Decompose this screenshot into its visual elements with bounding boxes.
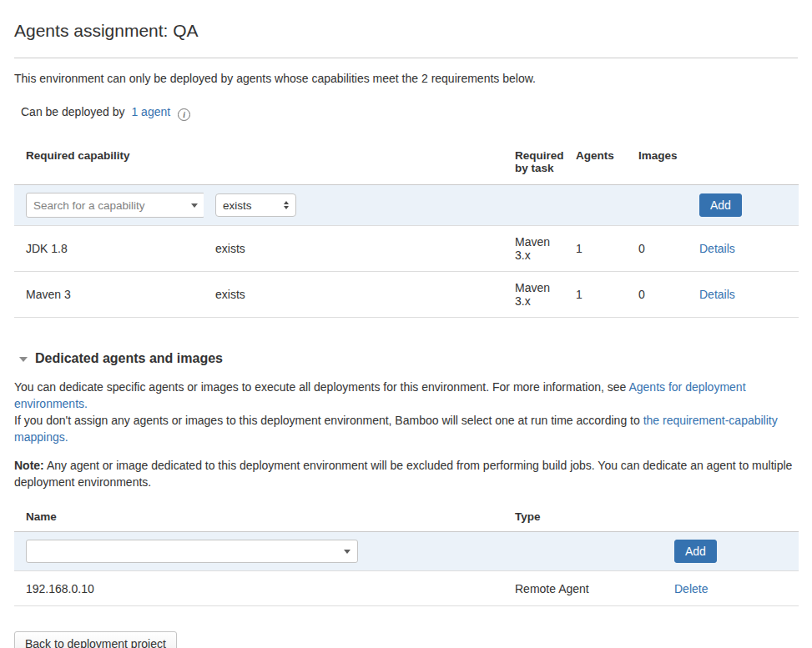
agent-type: Remote Agent [503, 571, 663, 606]
required-capabilities-table: Required capability Required by task Age… [14, 144, 799, 318]
agent-delete-link[interactable]: Delete [674, 582, 708, 595]
capability-name: JDK 1.8 [14, 226, 204, 272]
agent-name: 192.168.0.10 [14, 571, 503, 606]
capability-task: Maven 3.x [503, 272, 564, 318]
deployed-by-agents-link[interactable]: 1 agent [131, 105, 170, 118]
col-header-agent-actions [663, 505, 799, 532]
capability-task: Maven 3.x [503, 226, 564, 272]
col-header-images: Images [627, 144, 688, 185]
col-header-match [204, 144, 503, 185]
note-label: Note: [14, 459, 44, 472]
note-paragraph: Note: Any agent or image dedicated to th… [14, 457, 798, 490]
deployed-by-label: Can be deployed by [21, 105, 125, 118]
capability-table-header-row: Required capability Required by task Age… [14, 144, 799, 185]
dedicated-section-header[interactable]: Dedicated agents and images [14, 351, 798, 366]
title-divider [14, 58, 798, 58]
chevron-down-icon[interactable] [335, 550, 351, 554]
col-header-required-by-task: Required by task [503, 144, 564, 185]
add-agent-button[interactable]: Add [674, 540, 717, 563]
back-to-deployment-project-button[interactable]: Back to deployment project [14, 631, 177, 648]
dedicated-section-title: Dedicated agents and images [35, 351, 223, 366]
note-text: Any agent or image dedicated to this dep… [14, 459, 792, 489]
capability-search-select[interactable]: Search for a capability [26, 193, 205, 218]
agents-assignment-page: Agents assignment: QA This environment c… [0, 0, 812, 648]
dedicated-paragraph-2-text: If you don't assign any agents or images… [14, 414, 643, 427]
add-capability-form-row: Search for a capability exists Add [14, 185, 799, 226]
select-updown-icon [277, 201, 289, 209]
collapse-triangle-icon[interactable] [19, 357, 28, 362]
col-header-actions [688, 144, 799, 185]
capability-images-count: 0 [627, 272, 688, 318]
capability-agents-count: 1 [564, 272, 627, 318]
page-footer: Back to deployment project [14, 631, 798, 648]
agent-row: 192.168.0.10 Remote Agent Delete [14, 571, 799, 606]
agent-select[interactable] [26, 540, 358, 563]
chevron-down-icon[interactable] [183, 203, 198, 208]
info-icon[interactable]: i [178, 108, 190, 121]
intro-text: This environment can only be deployed by… [14, 72, 798, 85]
capability-match: exists [204, 272, 503, 318]
col-header-required-capability: Required capability [14, 144, 204, 185]
col-header-type: Type [503, 505, 663, 532]
capability-name: Maven 3 [14, 272, 204, 318]
capability-details-link[interactable]: Details [699, 242, 735, 255]
match-type-select-value: exists [223, 199, 277, 212]
match-type-select[interactable]: exists [215, 193, 296, 217]
add-capability-button[interactable]: Add [699, 193, 742, 217]
deployed-by-line: Can be deployed by 1 agent i [21, 105, 798, 121]
capability-agents-count: 1 [564, 226, 627, 272]
capability-search-select-value: Search for a capability [33, 199, 183, 212]
col-header-agents: Agents [564, 144, 627, 185]
capability-images-count: 0 [627, 226, 688, 272]
page-title: Agents assignment: QA [14, 21, 798, 41]
capability-row-jdk: JDK 1.8 exists Maven 3.x 1 0 Details [14, 226, 799, 272]
dedicated-paragraph-2: If you don't assign any agents or images… [14, 412, 798, 445]
capability-match: exists [204, 226, 503, 272]
dedicated-paragraph-1-text: You can dedicate specific agents or imag… [14, 380, 628, 394]
dedicated-paragraph-1: You can dedicate specific agents or imag… [14, 379, 798, 412]
col-header-name: Name [14, 505, 503, 532]
dedicated-agents-table: Name Type Add [14, 505, 799, 606]
capability-details-link[interactable]: Details [699, 288, 735, 301]
capability-row-maven: Maven 3 exists Maven 3.x 1 0 Details [14, 272, 799, 318]
agents-table-header-row: Name Type [14, 505, 799, 532]
add-agent-form-row: Add [14, 532, 799, 571]
dedicated-agents-section: Dedicated agents and images You can dedi… [14, 351, 798, 606]
